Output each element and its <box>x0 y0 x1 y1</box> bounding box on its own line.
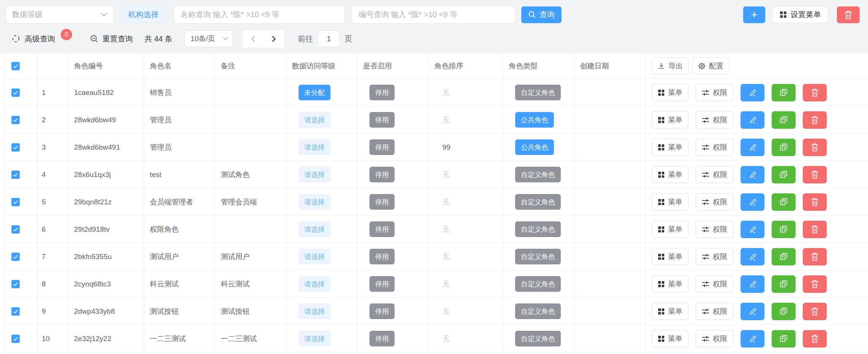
goto-page-input[interactable] <box>318 30 340 47</box>
enabled-badge[interactable]: 停用 <box>370 139 395 155</box>
edit-button[interactable] <box>741 248 764 266</box>
row-permission-button[interactable]: 权限 <box>696 275 733 292</box>
row-menu-button[interactable]: 菜单 <box>652 166 689 183</box>
row-checkbox[interactable] <box>11 171 20 179</box>
enabled-badge[interactable]: 停用 <box>370 112 395 128</box>
delete-button[interactable] <box>803 248 827 266</box>
row-permission-button[interactable]: 权限 <box>696 221 733 238</box>
row-permission-button[interactable]: 权限 <box>696 166 733 183</box>
delete-button[interactable] <box>803 221 827 238</box>
edit-button[interactable] <box>741 84 764 101</box>
delete-button[interactable] <box>803 303 827 320</box>
enabled-badge[interactable]: 停用 <box>370 167 395 182</box>
edit-button[interactable] <box>741 275 764 293</box>
row-checkbox[interactable] <box>11 253 20 261</box>
row-permission-button[interactable]: 权限 <box>696 139 733 156</box>
access-level-badge[interactable]: 请选择 <box>299 221 330 237</box>
edit-button[interactable] <box>741 330 764 348</box>
access-level-badge[interactable]: 请选择 <box>299 249 330 264</box>
copy-button[interactable] <box>772 193 796 211</box>
row-checkbox[interactable] <box>11 225 20 234</box>
org-select-button[interactable]: 机构选择 <box>121 6 165 23</box>
row-checkbox[interactable] <box>11 198 20 206</box>
access-level-badge[interactable]: 请选择 <box>299 139 330 155</box>
menu-setting-button[interactable]: 设置菜单 <box>772 6 829 23</box>
edit-button[interactable] <box>741 303 764 320</box>
prev-page-button[interactable] <box>243 30 263 47</box>
delete-button[interactable] <box>803 166 827 183</box>
next-page-button[interactable] <box>263 30 284 47</box>
search-button[interactable]: 查询 <box>521 6 561 23</box>
delete-selected-button[interactable] <box>837 6 860 23</box>
enabled-badge[interactable]: 停用 <box>370 249 395 264</box>
copy-button[interactable] <box>772 84 796 101</box>
row-menu-button[interactable]: 菜单 <box>652 221 689 238</box>
enabled-badge[interactable]: 停用 <box>370 303 395 319</box>
access-level-badge[interactable]: 未分配 <box>299 85 330 100</box>
delete-button[interactable] <box>803 139 827 156</box>
row-menu-button[interactable]: 菜单 <box>652 193 689 210</box>
goto-label: 前往 <box>298 34 313 44</box>
row-permission-label: 权限 <box>713 197 727 207</box>
name-query-input[interactable] <box>173 6 345 24</box>
row-checkbox[interactable] <box>11 143 20 152</box>
access-level-badge[interactable]: 请选择 <box>299 112 330 128</box>
row-permission-button[interactable]: 权限 <box>696 193 733 210</box>
access-level-badge[interactable]: 请选择 <box>299 331 330 346</box>
copy-button[interactable] <box>772 221 796 238</box>
row-checkbox[interactable] <box>11 88 20 97</box>
enabled-badge[interactable]: 停用 <box>370 85 395 100</box>
edit-button[interactable] <box>741 166 764 183</box>
copy-icon <box>779 307 788 316</box>
row-menu-button[interactable]: 菜单 <box>652 84 689 101</box>
enabled-badge[interactable]: 停用 <box>370 194 395 210</box>
row-menu-button[interactable]: 菜单 <box>652 275 689 292</box>
copy-button[interactable] <box>772 248 796 266</box>
copy-button[interactable] <box>772 303 796 320</box>
delete-button[interactable] <box>803 111 827 129</box>
access-level-badge[interactable]: 请选择 <box>299 194 330 210</box>
delete-button[interactable] <box>803 275 827 293</box>
row-permission-button[interactable]: 权限 <box>696 248 733 265</box>
row-checkbox[interactable] <box>11 280 20 288</box>
enabled-badge[interactable]: 停用 <box>370 221 395 237</box>
copy-button[interactable] <box>772 139 796 156</box>
copy-button[interactable] <box>772 275 796 293</box>
enabled-badge[interactable]: 停用 <box>370 331 395 346</box>
delete-button[interactable] <box>803 193 827 211</box>
edit-button[interactable] <box>741 193 764 211</box>
row-menu-button[interactable]: 菜单 <box>652 248 689 265</box>
row-checkbox[interactable] <box>11 116 20 124</box>
copy-button[interactable] <box>772 111 796 129</box>
enabled-badge[interactable]: 停用 <box>370 276 395 292</box>
row-menu-button[interactable]: 菜单 <box>652 139 689 156</box>
delete-button[interactable] <box>803 84 827 101</box>
row-permission-button[interactable]: 权限 <box>696 84 733 101</box>
edit-button[interactable] <box>741 221 764 238</box>
add-button[interactable]: + <box>743 6 765 23</box>
select-all-checkbox[interactable] <box>11 62 20 70</box>
advanced-query-button[interactable]: 高级查询 0 <box>11 33 72 44</box>
row-permission-button[interactable]: 权限 <box>696 330 733 347</box>
data-level-select[interactable]: 数据等级 <box>6 6 114 24</box>
edit-button[interactable] <box>741 111 764 129</box>
delete-button[interactable] <box>803 330 827 348</box>
access-level-badge[interactable]: 请选择 <box>299 167 330 182</box>
access-level-badge[interactable]: 请选择 <box>299 303 330 319</box>
page-size-select[interactable]: 10条/页 <box>185 30 233 47</box>
code-query-input[interactable] <box>351 6 515 24</box>
config-button[interactable]: 配置 <box>692 57 730 74</box>
row-menu-button[interactable]: 菜单 <box>652 303 689 320</box>
edit-button[interactable] <box>741 139 764 156</box>
row-menu-button[interactable]: 菜单 <box>652 330 689 347</box>
row-permission-button[interactable]: 权限 <box>696 111 733 128</box>
access-level-badge[interactable]: 请选择 <box>299 276 330 292</box>
copy-button[interactable] <box>772 166 796 183</box>
copy-button[interactable] <box>772 330 796 348</box>
export-button[interactable]: 导出 <box>652 57 689 74</box>
row-checkbox[interactable] <box>11 307 20 316</box>
row-menu-button[interactable]: 菜单 <box>652 111 689 128</box>
row-checkbox[interactable] <box>11 335 20 343</box>
row-permission-button[interactable]: 权限 <box>696 303 733 320</box>
reset-query-button[interactable]: 重置查询 <box>90 34 133 44</box>
